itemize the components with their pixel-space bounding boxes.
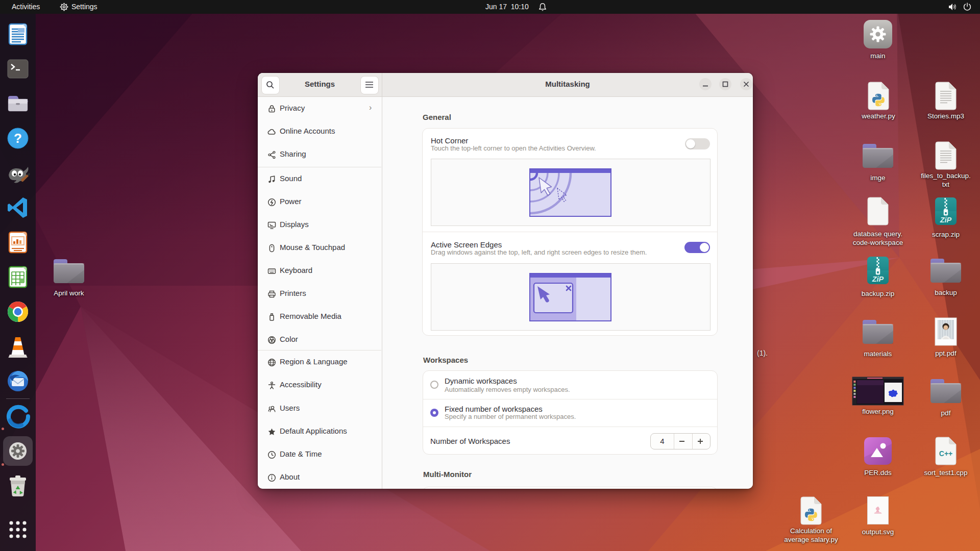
- svg-text:?: ?: [14, 131, 22, 146]
- svg-text:C++: C++: [939, 449, 952, 458]
